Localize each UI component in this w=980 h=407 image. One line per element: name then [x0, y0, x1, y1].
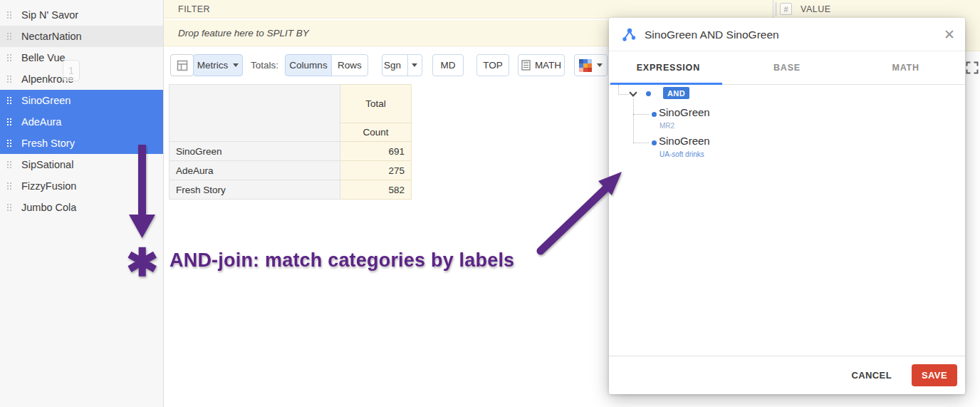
tree-connector — [618, 85, 619, 95]
sidebar-item[interactable]: Belle Vue — [0, 47, 163, 68]
save-button[interactable]: SAVE — [912, 364, 957, 386]
sgn-dropdown[interactable]: Sgn — [382, 54, 422, 76]
metrics-label: Metrics — [197, 60, 229, 71]
sidebar-item-label: FizzyFusion — [21, 180, 76, 192]
dialog-footer: CANCEL SAVE — [609, 356, 965, 393]
column-header-count: Count — [340, 123, 412, 142]
sidebar-item-label: AdeAura — [21, 116, 61, 128]
fullscreen-icon[interactable] — [966, 61, 979, 74]
tree-node-sublabel[interactable]: MR2 — [660, 122, 674, 130]
dialog-title: SinoGreen AND SinoGreen — [645, 18, 779, 51]
value-drag-handle[interactable] — [775, 2, 777, 16]
dialog-header: SinoGreen AND SinoGreen ✕ — [609, 18, 965, 51]
expression-dialog: SinoGreen AND SinoGreen ✕ EXPRESSION BAS… — [609, 18, 965, 394]
sidebar-item-label: Belle Vue — [21, 52, 66, 63]
diagonal-arrow-annotation — [531, 165, 630, 258]
close-icon[interactable]: ✕ — [944, 18, 955, 51]
sidebar-item[interactable]: Alpenkrone — [0, 68, 163, 90]
app-screen: Sip N' Savor NectarNation Belle Vue Alpe… — [0, 0, 980, 407]
chevron-down-icon — [412, 63, 417, 67]
drag-grip-icon[interactable] — [6, 182, 12, 190]
row-label[interactable]: AdeAura — [170, 161, 340, 180]
md-button[interactable]: MD — [432, 54, 464, 76]
sidebar-item[interactable]: NectarNation — [0, 26, 163, 47]
and-operator-node[interactable]: AND — [663, 87, 689, 99]
drag-grip-icon[interactable] — [6, 53, 12, 62]
chevron-down-icon[interactable] — [629, 88, 637, 96]
tree-connector — [633, 114, 649, 115]
sidebar-item-label: SipSational — [21, 159, 73, 170]
drag-grip-icon[interactable] — [6, 203, 12, 212]
drag-grip-icon[interactable] — [6, 75, 12, 83]
math-label: MATH — [535, 60, 561, 71]
sidebar-item-label: NectarNation — [21, 31, 82, 42]
value-label: VALUE — [801, 0, 831, 18]
chevron-down-icon — [233, 63, 239, 67]
tree-connector — [633, 99, 634, 143]
drag-grip-icon[interactable] — [6, 160, 12, 169]
totals-columns-toggle[interactable]: Columns — [285, 54, 332, 76]
calculator-icon — [521, 60, 531, 71]
tree-node-label[interactable]: SinoGreen — [659, 135, 710, 147]
top-label: TOP — [483, 60, 503, 71]
annotation-text: AND-join: match categories by labels — [170, 249, 514, 272]
down-arrow-annotation — [129, 145, 156, 239]
filter-label: FILTER — [178, 0, 210, 19]
cell-value[interactable]: 275 — [340, 161, 412, 180]
tree-bullet-icon — [646, 91, 651, 96]
sidebar-item-selected[interactable]: SinoGreen — [0, 90, 163, 111]
top-button[interactable]: TOP — [476, 54, 509, 76]
cell-value[interactable]: 691 — [340, 142, 412, 161]
split-by-placeholder: Drop feature here to SPLIT BY — [178, 20, 309, 46]
sidebar-item-label: SinoGreen — [21, 95, 71, 106]
tree-bullet-icon — [652, 140, 657, 145]
dialog-tabs: EXPRESSION BASE MATH — [609, 51, 965, 85]
drag-count-badge: 1 — [63, 60, 80, 81]
row-label[interactable]: SinoGreen — [170, 142, 340, 161]
drag-grip-icon[interactable] — [6, 11, 12, 19]
rows-label: Rows — [338, 60, 362, 71]
tree-connector — [618, 94, 629, 95]
tree-node-sublabel[interactable]: UA-soft drinks — [660, 150, 704, 158]
cell-value[interactable]: 582 — [340, 180, 412, 200]
tab-base[interactable]: BASE — [728, 51, 847, 84]
join-icon — [621, 27, 637, 43]
math-button[interactable]: MATH — [518, 54, 565, 76]
filter-drop-zone[interactable]: FILTER — [164, 0, 773, 19]
metrics-dropdown[interactable]: Metrics — [193, 54, 243, 76]
drag-grip-icon[interactable] — [6, 32, 12, 41]
tab-math[interactable]: MATH — [846, 51, 965, 84]
sidebar-item-label: Sip N' Savor — [21, 9, 78, 21]
sidebar-item-selected[interactable]: AdeAura — [0, 111, 163, 133]
drag-grip-icon[interactable] — [6, 96, 12, 105]
drag-grip-icon[interactable] — [6, 139, 12, 148]
drag-grip-icon[interactable] — [6, 118, 12, 126]
sidebar-item[interactable]: Sip N' Savor — [0, 4, 163, 26]
column-header-total: Total — [340, 85, 412, 123]
tree-bullet-icon — [652, 112, 657, 117]
number-hash-icon: # — [780, 3, 792, 15]
columns-label: Columns — [289, 60, 327, 71]
cancel-button[interactable]: CANCEL — [851, 370, 892, 381]
totals-label: Totals: — [251, 54, 278, 76]
chevron-down-icon — [597, 63, 603, 67]
totals-rows-toggle[interactable]: Rows — [331, 54, 368, 76]
expression-tree: AND SinoGreen MR2 SinoGreen UA-soft drin… — [609, 85, 965, 356]
row-header-spacer — [170, 85, 340, 142]
color-palette-dropdown[interactable] — [574, 54, 608, 76]
md-label: MD — [441, 60, 456, 71]
tree-connector — [633, 143, 649, 143]
color-palette-icon — [579, 59, 592, 72]
sgn-label: Sgn — [384, 60, 401, 71]
sidebar-item-label: Fresh Story — [21, 138, 75, 149]
sidebar-item-label: Jumbo Cola — [21, 202, 76, 213]
row-label[interactable]: Fresh Story — [170, 180, 340, 200]
tab-expression[interactable]: EXPRESSION — [609, 51, 728, 84]
table-layout-icon — [177, 60, 188, 71]
pivot-table: Total Count SinoGreen 691 AdeAura 275 Fr… — [169, 84, 412, 200]
tree-node-label[interactable]: SinoGreen — [659, 106, 710, 118]
asterisk-annotation: ✱ — [126, 243, 158, 282]
sgn-caret-button[interactable] — [408, 63, 420, 67]
table-layout-button[interactable] — [170, 54, 194, 76]
